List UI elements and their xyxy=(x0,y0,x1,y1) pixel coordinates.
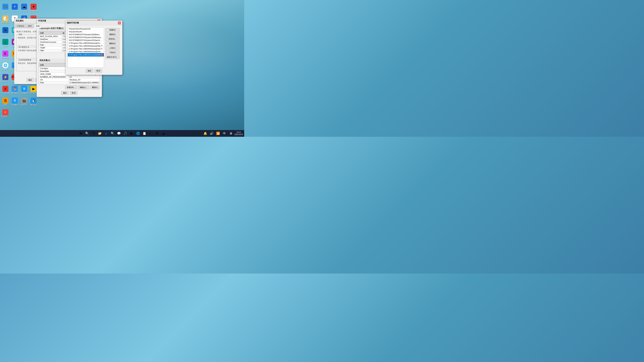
dongdong-icon: 🎮 xyxy=(2,4,8,10)
list-item[interactable]: C:\Program Files (x86)\Tencent\QQ\Bin2 xyxy=(68,53,104,57)
sys-vars-btns: 新建(W)... 编辑(L)... 删除(L) xyxy=(39,85,100,89)
baidu-translate2-label: 百度翻译 xyxy=(12,104,18,106)
list-item[interactable]: C:\Program Files (x86)\NetSarang\Xftp 7\ xyxy=(68,44,104,47)
taskbar-cloud[interactable]: ☁ xyxy=(160,130,166,136)
desktop-icon-baidu-pan[interactable]: ☁ 百度网盘 xyxy=(20,2,29,14)
desktop-icon-xunyou[interactable]: 迅 迅游 xyxy=(1,96,10,108)
taskbar-clipboard[interactable]: 📋 xyxy=(142,130,148,136)
desktop-icon-pdf-translate[interactable]: P 万兴PDF翻译工具 xyxy=(1,108,10,119)
user-var-name: MOZ_PLUGIN_PATH xyxy=(39,35,62,38)
desktop-icon-todesk[interactable]: T ToDesk xyxy=(10,2,20,14)
taskbar: ⊞ 🔍 ❐ 📁 e 🔍 💬 🎵 ▶ 🌐 📋 >_ ⚙ ☁ 🔔 🔊 📶 中 🖥 1… xyxy=(0,130,244,137)
taskbar-terminal[interactable]: >_ xyxy=(148,130,154,136)
user-vars-col-name: 变量 xyxy=(39,31,62,35)
list-item[interactable]: %SystemRoot% xyxy=(68,30,104,33)
desktop-icon-everything[interactable]: E Everything xyxy=(1,49,10,61)
desktop-icon-qq[interactable]: 🐧 腾讯QQ xyxy=(29,96,38,108)
sys-vars-col-name: 变量 xyxy=(39,63,68,67)
edit-side-btn[interactable]: 编辑文本(T)... xyxy=(105,55,120,59)
sys-var-row[interactable]: PATHEXT.COM;.EXE;.BAT;.CMD;.VBS;.VBE;.JS… xyxy=(39,84,100,85)
network-icon[interactable]: 📶 xyxy=(215,130,221,136)
list-item[interactable]: %SYSTEMROOT%\System32\Wbem xyxy=(68,33,104,36)
volume-icon[interactable]: 🔊 xyxy=(209,130,215,136)
sys-var-row[interactable]: PathC:\WINDOWS\system32;C:\WINDOWS;C:\WI… xyxy=(39,81,100,84)
list-item[interactable]: %SystemRoot%\system32 xyxy=(68,27,104,30)
sys-edit-btn[interactable]: 编辑(L)... xyxy=(78,85,89,89)
sys-var-row[interactable]: OSWindows_NT xyxy=(39,78,100,81)
search-button[interactable]: 🔍 xyxy=(84,130,90,136)
edit-side-btn[interactable]: 新建(N) xyxy=(105,28,120,32)
edit-side-btn[interactable]: 删除(D) xyxy=(105,41,120,45)
list-item[interactable]: C:\Program Files (x86)\NetSarang\Xshell … xyxy=(68,50,104,53)
desktop-icon-dwnio[interactable]: ↓ dwnio xyxy=(1,37,10,49)
vscode-label: Visual Studio Code xyxy=(1,80,10,82)
edit-env-cancel-btn[interactable]: 取消 xyxy=(94,69,102,73)
user-var-name: Path xyxy=(39,43,62,46)
edit-side-btn[interactable]: 编辑(E) xyxy=(105,32,120,36)
sys-props-confirm-btn[interactable]: 确定 xyxy=(26,78,34,82)
taskbar-time[interactable]: 16:13 2022/12/15 xyxy=(234,131,243,136)
user-var-name: TMP xyxy=(39,49,62,52)
notification-icon[interactable]: 🔔 xyxy=(202,130,208,136)
taskbar-center: ⊞ 🔍 ❐ 📁 e 🔍 💬 🎵 ▶ 🌐 📋 >_ ⚙ ☁ xyxy=(78,130,166,136)
env-vars-cancel-btn[interactable]: 取消 xyxy=(70,91,77,95)
edit-side-btn[interactable]: 浏览(B)... xyxy=(105,37,120,41)
tab-computer-name[interactable]: 计算机名 xyxy=(15,24,26,28)
list-item[interactable]: C:\Program Files (x86)\NetSarang\Xpd 7\ xyxy=(68,47,104,50)
tab-hardware[interactable]: 硬件 xyxy=(26,24,34,28)
desktop-icon-vscode[interactable]: ⚡ Visual Studio Code xyxy=(1,72,10,84)
desktop-icon-youdao[interactable]: ✦ 有道翻译 xyxy=(29,2,38,14)
edit-env-titlebar: 编辑环境变量 ✕ xyxy=(66,21,122,25)
youdao-icon: ✦ xyxy=(30,4,36,10)
env-vars-confirm-btn[interactable]: 确定 xyxy=(61,91,68,95)
xshell-icon: X xyxy=(2,27,8,33)
desktop-icon-tencent-class[interactable]: 📚 腾讯课堂 xyxy=(10,84,20,96)
sys-var-name: NUMBER_OF_PROCESSORS xyxy=(39,76,68,78)
edit-side-btn[interactable]: 上移(U) xyxy=(105,46,120,50)
qq-label: 腾讯QQ xyxy=(30,104,36,106)
desktop-icon-baidu-translate2[interactable]: 百 百度翻译 xyxy=(10,96,20,108)
baidu-translate-label: 百度翻译 xyxy=(21,92,28,94)
taskbar-search2[interactable]: 🔍 xyxy=(110,130,116,136)
edit-env-list[interactable]: %SystemRoot%\system32%SystemRoot%%SYSTEM… xyxy=(68,27,104,67)
startup-title: 启动和故障恢复 xyxy=(18,59,32,61)
sys-var-row[interactable]: NUMBER_OF_PROCESSORS24 xyxy=(39,76,100,78)
screentogif-label: ScreenToGIF xyxy=(20,104,29,106)
sys-new-btn[interactable]: 新建(W)... xyxy=(65,85,77,89)
desktop-icon-xmind[interactable]: X 万兴Xmind xyxy=(1,84,10,96)
edit-side-btn[interactable]: 下移(O) xyxy=(105,51,120,54)
sys-var-name: ComSpec xyxy=(39,67,68,70)
sys-delete-btn[interactable]: 删除(L) xyxy=(90,85,100,89)
list-item[interactable]: C:\Program Files (x86)\NetSarang\Xmanage… xyxy=(68,42,104,44)
desktop-icon-baidu-translate[interactable]: 百 百度翻译 xyxy=(20,84,29,96)
desktop-icon-screentogif[interactable]: 🎬 ScreenToGIF xyxy=(20,96,29,108)
everything-icon: E xyxy=(2,51,8,57)
todesk-label: ToDesk xyxy=(12,10,18,12)
desktop-icon-dongdong[interactable]: 🎮 动动 xyxy=(1,2,10,14)
display-icon[interactable]: 🖥 xyxy=(228,130,234,136)
taskbar-wechat[interactable]: 💬 xyxy=(116,130,122,136)
edit-env-confirm-btn[interactable]: 确定 xyxy=(86,69,93,73)
taskbar-settings[interactable]: ⚙ xyxy=(154,130,160,136)
desktop-icon-youdao-note[interactable]: 📝 有道云笔记 xyxy=(1,14,10,25)
taskbar-netease[interactable]: 🎵 xyxy=(122,130,128,136)
task-view-button[interactable]: ❐ xyxy=(90,130,96,136)
tab-advanced[interactable]: 高级 xyxy=(34,24,42,28)
sys-var-name: OS xyxy=(39,78,68,81)
taskbar-edge[interactable]: e xyxy=(103,130,109,136)
keyboard-icon[interactable]: 中 xyxy=(221,130,228,136)
taskbar-explorer[interactable]: 📁 xyxy=(97,130,103,136)
taskbar-potplayer[interactable]: ▶ xyxy=(129,130,135,136)
chrome2-label: Google Chrome xyxy=(1,69,10,71)
desktop-icon-chrome2[interactable]: 🌐 Google Chrome xyxy=(1,61,10,72)
desktop-icon-xshell[interactable]: X Xshell&mana... xyxy=(1,25,10,37)
screentogif-icon: 🎬 xyxy=(21,97,27,104)
list-item[interactable]: %SYSTEMROOT%\System32\OpenSSH\ xyxy=(68,39,104,42)
start-button[interactable]: ⊞ xyxy=(78,130,84,136)
list-item[interactable]: %SYSTEMROOT%\System32\WindowsPowerShell\… xyxy=(68,36,104,39)
sys-var-name: DriverData xyxy=(39,70,68,73)
user-profile-title: 用户配置文件 xyxy=(18,46,30,48)
taskbar-chrome[interactable]: 🌐 xyxy=(135,130,141,136)
edit-env-close[interactable]: ✕ xyxy=(118,21,121,24)
chrome2-icon: 🌐 xyxy=(2,62,8,68)
